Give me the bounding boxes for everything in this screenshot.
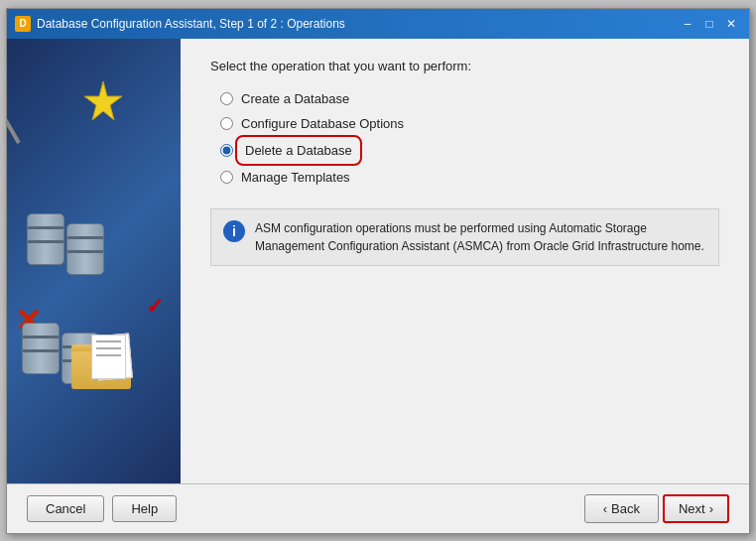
label-configure: Configure Database Options	[241, 116, 404, 131]
next-button[interactable]: Next ›	[663, 494, 729, 523]
bottom-bar: Cancel Help ‹ Back Next ›	[7, 483, 749, 533]
radio-manage[interactable]	[220, 171, 233, 184]
barrel-2	[66, 223, 104, 275]
barrel-1	[27, 213, 64, 265]
content-area: ✕	[7, 39, 749, 483]
radio-configure[interactable]	[220, 117, 233, 130]
help-button[interactable]: Help	[112, 495, 177, 522]
title-bar: D Database Configuration Assistant, Step…	[7, 9, 749, 39]
window-title: Database Configuration Assistant, Step 1…	[37, 17, 345, 31]
main-window: D Database Configuration Assistant, Step…	[6, 8, 750, 534]
cancel-button[interactable]: Cancel	[27, 495, 104, 522]
title-controls: – □ ✕	[678, 15, 741, 33]
instruction-text: Select the operation that you want to pe…	[210, 59, 719, 73]
option-delete[interactable]: Delete a Database	[220, 141, 719, 160]
info-icon: i	[223, 220, 245, 242]
bottom-right-buttons: ‹ Back Next ›	[584, 494, 729, 523]
svg-marker-0	[84, 81, 122, 120]
barrel-3	[22, 323, 60, 374]
options-group: Create a Database Configure Database Opt…	[220, 91, 719, 185]
right-panel: Select the operation that you want to pe…	[181, 39, 749, 483]
next-arrow-icon: ›	[709, 501, 713, 516]
app-icon: D	[15, 16, 31, 32]
left-panel: ✕	[7, 39, 181, 483]
wand-decoration	[7, 65, 21, 144]
maximize-button[interactable]: □	[699, 15, 719, 33]
label-create: Create a Database	[241, 91, 349, 106]
close-button[interactable]: ✕	[721, 15, 741, 33]
info-box: i ASM configuration operations must be p…	[210, 208, 719, 266]
bottom-left-buttons: Cancel Help	[27, 495, 177, 522]
star-decoration	[78, 76, 128, 126]
label-manage: Manage Templates	[241, 170, 350, 185]
title-bar-left: D Database Configuration Assistant, Step…	[15, 16, 345, 32]
red-check-icon: ✓	[146, 294, 164, 320]
radio-delete[interactable]	[220, 144, 233, 157]
option-manage[interactable]: Manage Templates	[220, 170, 719, 185]
radio-create[interactable]	[220, 92, 233, 105]
option-configure[interactable]: Configure Database Options	[220, 116, 719, 131]
option-create[interactable]: Create a Database	[220, 91, 719, 106]
minimize-button[interactable]: –	[678, 15, 697, 33]
info-message: ASM configuration operations must be per…	[255, 219, 706, 255]
label-delete: Delete a Database	[241, 141, 356, 160]
back-arrow-icon: ‹	[603, 501, 607, 516]
left-panel-image: ✕	[7, 39, 181, 483]
back-button[interactable]: ‹ Back	[584, 494, 659, 523]
